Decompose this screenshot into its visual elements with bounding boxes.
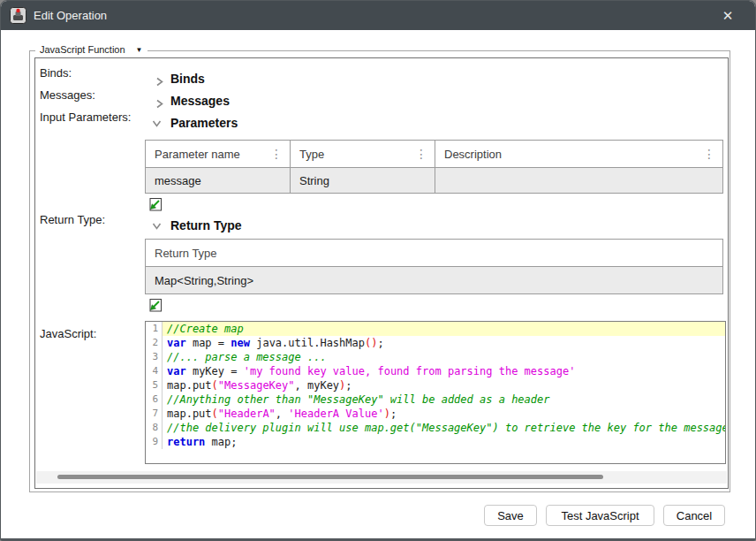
add-return-type-button[interactable] (147, 298, 163, 313)
code-line: 5map.put("MessageKey", myKey); (146, 378, 725, 392)
code-text: //the delivery plugin will use map.get("… (163, 421, 726, 435)
code-line: 7map.put("HeaderA", 'HeaderA Value'); (146, 407, 725, 421)
chevron-right-icon (155, 96, 164, 106)
line-number: 9 (146, 435, 163, 449)
operation-panel: Binds: Messages: Input Parameters: Retur… (34, 57, 729, 489)
code-line: 3//... parse a message ... (146, 350, 725, 364)
section-messages[interactable]: Messages (155, 94, 230, 108)
section-return-type[interactable]: Return Type (155, 218, 242, 232)
chevron-down-icon (155, 221, 164, 231)
table-row: message String (146, 168, 723, 194)
return-type-label: Return Type: (40, 213, 105, 226)
column-menu-icon[interactable]: ⋮ (415, 148, 427, 160)
function-type-label: JavaScript Function (40, 44, 125, 55)
input-parameters-label: Input Parameters: (40, 110, 131, 124)
window-title: Edit Operation (34, 9, 107, 22)
binds-label: Binds: (40, 66, 72, 80)
close-icon[interactable]: ✕ (713, 1, 743, 30)
code-line: 4var myKey = 'my found key value, found … (146, 364, 725, 378)
add-parameter-button[interactable] (147, 197, 163, 212)
code-text: var map = new java.util.HashMap(); (163, 336, 725, 350)
code-text: //Anything other than "MessageKey" will … (163, 392, 725, 407)
line-number: 4 (146, 364, 163, 378)
line-number: 3 (146, 350, 163, 364)
return-type-table: Return Type Map<String,String> (145, 239, 723, 294)
javascript-code-editor[interactable]: 1//Create map2var map = new java.util.Ha… (145, 321, 726, 464)
scrollbar-thumb[interactable] (57, 475, 603, 479)
column-menu-icon[interactable]: ⋮ (703, 148, 715, 160)
cell-type[interactable]: String (291, 168, 435, 194)
chevron-down-icon (155, 118, 164, 128)
code-text: map.put("MessageKey", myKey); (163, 378, 725, 392)
cell-return-type[interactable]: Map<String,String> (146, 267, 723, 294)
code-line: 9return map; (146, 435, 725, 449)
code-text: //Create map (163, 322, 725, 336)
cell-parameter-name[interactable]: message (146, 168, 291, 194)
line-number: 7 (146, 407, 163, 421)
save-button[interactable]: Save (484, 505, 537, 526)
function-type-selector[interactable]: JavaScript Function ▼ (35, 44, 147, 55)
line-number: 8 (146, 421, 163, 435)
cancel-button[interactable]: Cancel (663, 505, 725, 526)
test-javascript-button[interactable]: Test JavaScript (546, 505, 654, 526)
chevron-right-icon (155, 74, 164, 84)
app-icon (10, 7, 26, 24)
col-header-return-type[interactable]: Return Type (146, 240, 723, 267)
section-binds[interactable]: Binds (155, 72, 205, 86)
col-header-parameter-name[interactable]: Parameter name ⋮ (146, 141, 291, 168)
cell-description[interactable] (435, 168, 723, 194)
line-number: 6 (146, 392, 163, 407)
horizontal-scrollbar[interactable] (36, 471, 727, 484)
parameters-table: Parameter name ⋮ Type ⋮ Description ⋮ me… (145, 140, 723, 194)
line-number: 1 (146, 322, 163, 336)
line-number: 5 (146, 378, 163, 392)
column-menu-icon[interactable]: ⋮ (270, 148, 283, 160)
col-header-type[interactable]: Type ⋮ (291, 141, 435, 168)
code-line: 8//the delivery plugin will use map.get(… (146, 421, 725, 435)
code-text: return map; (163, 435, 725, 449)
code-line: 6//Anything other than "MessageKey" will… (146, 392, 725, 407)
col-header-description[interactable]: Description ⋮ (435, 141, 723, 168)
chevron-down-icon: ▼ (136, 46, 143, 54)
messages-label: Messages: (40, 88, 95, 102)
code-text: map.put("HeaderA", 'HeaderA Value'); (163, 407, 725, 421)
code-text: var myKey = 'my found key value, found f… (163, 364, 725, 378)
line-number: 2 (146, 336, 163, 350)
titlebar[interactable]: Edit Operation ✕ (1, 1, 755, 30)
code-line: 2var map = new java.util.HashMap(); (146, 336, 725, 350)
javascript-function-groupbox: JavaScript Function ▼ Binds: Messages: I… (29, 50, 730, 492)
code-text: //... parse a message ... (163, 350, 725, 364)
section-parameters[interactable]: Parameters (155, 116, 238, 130)
code-line: 1//Create map (146, 322, 725, 336)
javascript-label: JavaScript: (40, 327, 96, 340)
edit-operation-dialog: Edit Operation ✕ JavaScript Function ▼ B… (0, 0, 756, 541)
table-row: Map<String,String> (146, 267, 723, 294)
